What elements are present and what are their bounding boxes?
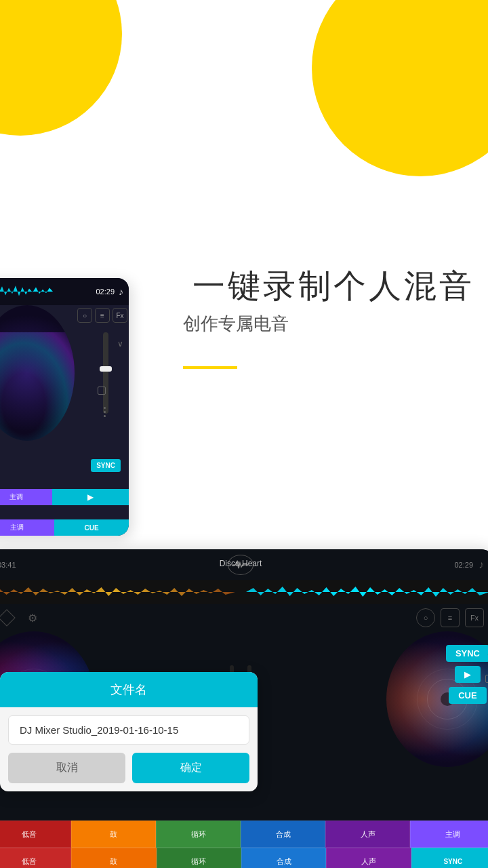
side-handle-top xyxy=(104,407,106,417)
mixer-middle: 文件名 DJ Mixer Studio_2019-01-16-10-15 取消 … xyxy=(0,631,488,781)
dialog-overlay: 文件名 DJ Mixer Studio_2019-01-16-10-15 取消 … xyxy=(0,672,258,791)
effect-rensheng-1[interactable]: 人声 xyxy=(325,821,410,848)
note-icon: ♪ xyxy=(119,286,123,297)
fx-icon-top[interactable]: Fx xyxy=(113,308,127,323)
control-icons-row: ○ ≡ Fx xyxy=(77,308,127,323)
square-icon-top[interactable] xyxy=(98,387,106,395)
effects-grid: 低音 鼓 循环 合成 人声 主调 低音 鼓 循环 合成 人声 SYNC xyxy=(0,821,488,868)
effect-hecheng-1[interactable]: 合成 xyxy=(241,821,325,848)
play-button-top[interactable]: ▶ xyxy=(52,489,129,505)
effect-rensheng-2[interactable]: 人声 xyxy=(326,848,411,868)
device-bottom: 03:41 Disco Heart 02:29 ♪ xyxy=(0,549,488,868)
dialog-input[interactable]: DJ Mixer Studio_2019-01-16-10-15 xyxy=(8,715,249,745)
zhudiao1-button[interactable]: 主调 xyxy=(0,489,52,505)
sync-button-bottom[interactable]: SYNC xyxy=(446,645,488,662)
effect-xunhuan-1[interactable]: 循环 xyxy=(156,821,241,848)
bottom-topbar: 03:41 Disco Heart 02:29 ♪ xyxy=(0,549,488,580)
dialog-title: 文件名 xyxy=(0,672,258,707)
song-name: Disco Heart xyxy=(220,559,262,568)
cancel-button[interactable]: 取消 xyxy=(8,753,125,783)
time-display-top: 02:29 xyxy=(96,288,115,296)
yellow-line-divider xyxy=(183,366,237,369)
effects-row-2: 低音 鼓 循环 合成 人声 SYNC xyxy=(0,848,488,868)
right-icons-group: ○ ≡ Fx xyxy=(416,608,484,627)
sync-btn-container: SYNC xyxy=(0,459,126,475)
headline-text: 一键录制个人混音 xyxy=(192,264,474,308)
effect-gu-1[interactable]: 鼓 xyxy=(71,821,156,848)
top-blob-right xyxy=(312,0,488,176)
volume-slider-top[interactable] xyxy=(103,332,108,414)
waveforms-bottom xyxy=(0,580,488,604)
device-top: 02:29 ♪ ○ ≡ Fx ∨ xyxy=(0,278,129,536)
time-right-bottom: 02:29 xyxy=(454,561,473,569)
diamond-icon[interactable] xyxy=(0,608,16,627)
upper-section: 一键录制个人混音 创作专属电音 02:29 ♪ ○ ≡ Fx xyxy=(0,0,488,542)
effect-baixyin-2[interactable]: 低音 xyxy=(0,848,71,868)
right-buttons-column: SYNC ▶ CUE xyxy=(446,645,488,704)
zhudiao2-button[interactable]: 主调 xyxy=(0,519,54,536)
waveform-right-bottom xyxy=(246,585,488,599)
sync-button-top[interactable]: SYNC xyxy=(91,459,121,472)
effect-zhudiao-1[interactable]: 主调 xyxy=(410,821,488,848)
circle-icon-bottom[interactable]: ○ xyxy=(416,608,435,627)
chevron-down-icon[interactable]: ∨ xyxy=(117,339,123,349)
circle-icon-top[interactable]: ○ xyxy=(77,308,92,323)
effect-xunhuan-2[interactable]: 循环 xyxy=(157,848,241,868)
square-icon-bottom[interactable] xyxy=(485,675,488,683)
slider-thumb-top xyxy=(100,366,112,372)
confirm-button[interactable]: 确定 xyxy=(132,753,249,783)
waveform-cyan xyxy=(0,284,53,299)
turntable-top xyxy=(0,305,75,441)
cue-button-bottom[interactable]: CUE xyxy=(449,687,486,704)
subtitle-text: 创作专属电音 xyxy=(183,312,289,336)
gear-icon[interactable]: ⚙ xyxy=(23,608,42,627)
play-button-bottom[interactable]: ▶ xyxy=(455,666,481,683)
eq-icon-bottom[interactable]: ≡ xyxy=(441,608,460,627)
right-effect-buttons: SYNC xyxy=(411,848,488,868)
waveform-top-bar: 02:29 ♪ xyxy=(0,278,129,305)
effect-hecheng-2[interactable]: 合成 xyxy=(241,848,326,868)
right-edge-controls: ∨ xyxy=(485,652,488,707)
music-note-icon-bottom: ♪ xyxy=(479,559,484,571)
effect-gu-2[interactable]: 鼓 xyxy=(71,848,156,868)
time-left-bottom: 03:41 xyxy=(0,561,16,569)
top-blob-left xyxy=(0,0,122,136)
bottom-buttons-row2: 主调 CUE xyxy=(0,519,129,536)
device-bottom-inner: 03:41 Disco Heart 02:29 ♪ xyxy=(0,549,488,868)
eq-icon-top[interactable]: ≡ xyxy=(95,308,110,323)
waveform-left-bottom xyxy=(0,585,235,599)
fx-icon-bottom[interactable]: Fx xyxy=(465,608,484,627)
controls-right-top: ○ ≡ Fx xyxy=(79,308,126,323)
sync-effect-btn[interactable]: SYNC xyxy=(411,848,488,868)
cue-button-top[interactable]: CUE xyxy=(54,519,129,536)
bottom-controls-bar: ⚙ ○ ≡ Fx xyxy=(0,604,488,631)
bottom-buttons-row1: 主调 ▶ xyxy=(0,489,129,505)
effects-row-1: 低音 鼓 循环 合成 人声 主调 xyxy=(0,821,488,848)
dialog-buttons: 取消 确定 xyxy=(8,753,249,783)
effect-baixyin-1[interactable]: 低音 xyxy=(0,821,71,848)
turntable-glow xyxy=(0,332,75,441)
